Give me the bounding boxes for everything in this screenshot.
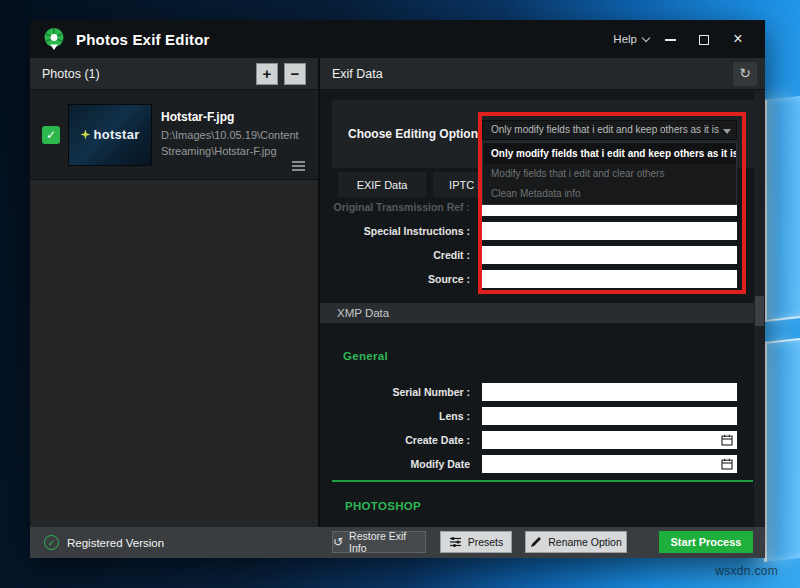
- field-row-lens: Lens :: [320, 407, 754, 425]
- wallpaper-window-pane-top: [764, 96, 800, 322]
- scrollbar-thumb[interactable]: [755, 296, 764, 326]
- lens-input[interactable]: [482, 407, 737, 425]
- field-label: Credit :: [320, 246, 470, 264]
- title-bar: Photos Exif Editor Help ×: [30, 20, 765, 58]
- pencil-icon: [530, 536, 542, 548]
- maximize-icon: [699, 35, 709, 45]
- rename-option-button[interactable]: Rename Option: [525, 531, 627, 553]
- photo-filepath: D:\Images\10.05.19\Content Streaming\Hot…: [161, 128, 313, 159]
- app-title: Photos Exif Editor: [76, 31, 210, 48]
- dropdown-selected-value: Only modify fields that i edit and keep …: [491, 124, 719, 135]
- refresh-button[interactable]: ↻: [733, 62, 757, 86]
- registered-version-label: Registered Version: [67, 537, 164, 549]
- field-label: Serial Number :: [320, 383, 470, 401]
- field-label: Modify Date: [320, 455, 470, 473]
- restore-icon: ↺: [333, 535, 343, 549]
- calendar-icon[interactable]: [721, 458, 733, 470]
- minimize-button[interactable]: [657, 32, 683, 47]
- item-menu-icon[interactable]: [292, 165, 305, 167]
- main-area: Photos (1) + − ✓ hotstar Hotstar-F.jpg D…: [30, 58, 765, 527]
- photo-list-item[interactable]: ✓ hotstar Hotstar-F.jpg D:\Images\10.05.…: [30, 90, 318, 180]
- presets-sliders-icon: [449, 536, 462, 548]
- photo-info: Hotstar-F.jpg D:\Images\10.05.19\Content…: [161, 110, 308, 159]
- photoshop-section-label: PHOTOSHOP: [345, 500, 421, 512]
- app-logo-icon: [42, 27, 66, 51]
- photos-panel-title: Photos (1): [42, 67, 100, 81]
- scrollbar[interactable]: [754, 90, 765, 527]
- help-menu[interactable]: Help: [613, 33, 649, 45]
- field-row-create-date: Create Date :: [320, 431, 754, 449]
- field-row-modify-date: Modify Date: [320, 455, 754, 473]
- field-label: Original Transmission Ref :: [320, 198, 470, 216]
- registered-check-icon: ✓: [44, 535, 59, 550]
- credit-input[interactable]: [482, 246, 737, 264]
- exif-panel-header: Exif Data ↻: [320, 58, 765, 90]
- hotstar-star-icon: [80, 130, 90, 140]
- field-label: Lens :: [320, 407, 470, 425]
- maximize-button[interactable]: [691, 32, 717, 47]
- modify-date-input[interactable]: [482, 455, 737, 473]
- remove-photo-button[interactable]: −: [284, 63, 306, 85]
- section-divider: [332, 480, 753, 482]
- registered-version: ✓ Registered Version: [44, 535, 164, 550]
- editing-option-dropdown-list: Only modify fields that i edit and keep …: [482, 142, 737, 205]
- special-instructions-input[interactable]: [482, 222, 737, 240]
- dropdown-option-clear-others[interactable]: Modify fields that i edit and clear othe…: [483, 164, 736, 184]
- presets-button[interactable]: Presets: [440, 531, 512, 553]
- restore-exif-info-button[interactable]: ↺ Restore Exif Info: [332, 531, 426, 553]
- help-label: Help: [613, 33, 637, 45]
- photo-filename: Hotstar-F.jpg: [161, 110, 308, 124]
- dropdown-option-clean-metadata[interactable]: Clean Metadata info: [483, 184, 736, 204]
- titlebar-controls: Help ×: [613, 32, 751, 47]
- photo-thumbnail: hotstar: [68, 104, 152, 166]
- desktop: { "desktop": { "watermark": "wsxdn.com" …: [0, 0, 800, 588]
- source-input[interactable]: [482, 270, 737, 288]
- xmp-data-header: XMP Data: [320, 303, 754, 323]
- photo-checkbox[interactable]: ✓: [42, 126, 60, 144]
- calendar-icon[interactable]: [721, 434, 733, 446]
- rename-button-label: Rename Option: [548, 536, 622, 548]
- exif-panel: Exif Data ↻ Choose Editing Option: Only …: [320, 58, 765, 527]
- field-label: Source :: [320, 270, 470, 288]
- chevron-down-icon: [642, 33, 650, 41]
- watermark-text: wsxdn.com: [715, 564, 778, 578]
- restore-button-label: Restore Exif Info: [349, 530, 425, 554]
- photos-panel: Photos (1) + − ✓ hotstar Hotstar-F.jpg D…: [30, 58, 320, 527]
- choose-editing-option-label: Choose Editing Option:: [348, 127, 482, 141]
- footer-bar: ✓ Registered Version ↺ Restore Exif Info…: [30, 527, 765, 558]
- minimize-icon: [665, 39, 676, 41]
- field-row-source: Source :: [320, 270, 754, 288]
- add-photo-button[interactable]: +: [256, 63, 278, 85]
- presets-button-label: Presets: [468, 536, 504, 548]
- wallpaper-window-pane-bottom: [764, 338, 800, 562]
- field-row-serial-number: Serial Number :: [320, 383, 754, 401]
- start-button-label: Start Process: [671, 536, 742, 548]
- editing-option-dropdown[interactable]: Only modify fields that i edit and keep …: [482, 120, 737, 140]
- field-row-credit: Credit :: [320, 246, 754, 264]
- field-label: Special Instructions :: [320, 222, 470, 240]
- create-date-input[interactable]: [482, 431, 737, 449]
- start-process-button[interactable]: Start Process: [659, 531, 753, 553]
- field-row-special-instructions: Special Instructions :: [320, 222, 754, 240]
- field-label: Create Date :: [320, 431, 470, 449]
- exif-panel-body: Choose Editing Option: Only modify field…: [320, 90, 765, 527]
- tab-exif-data[interactable]: EXIF Data: [338, 172, 426, 197]
- exif-panel-title: Exif Data: [332, 67, 383, 81]
- photo-list-actions: + −: [256, 63, 306, 85]
- dropdown-caret-icon: [723, 129, 731, 134]
- close-button[interactable]: ×: [725, 34, 751, 44]
- thumbnail-logo-text: hotstar: [93, 127, 139, 142]
- general-section-label: General: [343, 350, 388, 362]
- photos-panel-header: Photos (1) + −: [30, 58, 318, 90]
- app-window: Photos Exif Editor Help × Photos (1) + −…: [30, 20, 765, 558]
- serial-number-input[interactable]: [482, 383, 737, 401]
- dropdown-option-keep-others[interactable]: Only modify fields that i edit and keep …: [483, 143, 736, 164]
